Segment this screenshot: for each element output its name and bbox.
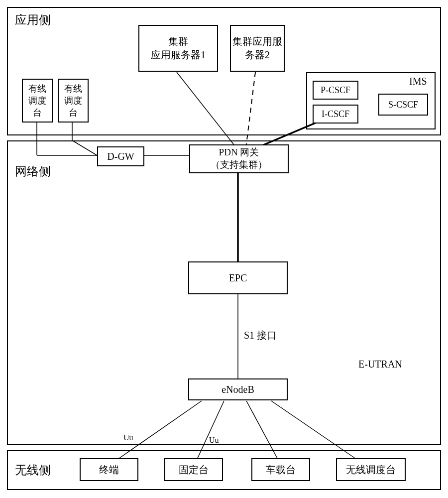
node-dispatch-2: 有线 调度 台 [58, 79, 89, 123]
node-pdn-gateway: PDN 网关 （支持集群） [189, 144, 289, 173]
label-ims: IMS [409, 76, 427, 87]
node-terminal: 终端 [80, 458, 138, 481]
node-epc: EPC [188, 261, 288, 294]
node-enodeb: eNodeB [188, 378, 288, 400]
node-dispatch-1: 有线 调度 台 [22, 79, 53, 123]
label-e-utran: E-UTRAN [358, 359, 402, 370]
region-label-wireless: 无线侧 [15, 462, 51, 478]
region-label-net: 网络侧 [15, 163, 51, 179]
label-uu-1: Uu [123, 433, 133, 442]
label-uu-2: Uu [209, 436, 219, 445]
node-vehicle-station: 车载台 [251, 458, 310, 481]
label-s1-interface: S1 接口 [244, 329, 277, 342]
node-cluster-server-1: 集群 应用服务器1 [138, 25, 218, 72]
region-label-app: 应用侧 [15, 12, 51, 28]
node-s-cscf: S-CSCF [378, 94, 428, 116]
node-p-cscf: P-CSCF [313, 81, 358, 100]
node-d-gw: D-GW [97, 146, 144, 166]
node-cluster-server-2: 集群应用服 务器2 [230, 25, 285, 72]
node-wireless-dispatch: 无线调度台 [336, 458, 406, 481]
node-fixed-station: 固定台 [164, 458, 223, 481]
node-i-cscf: I-CSCF [313, 105, 358, 124]
